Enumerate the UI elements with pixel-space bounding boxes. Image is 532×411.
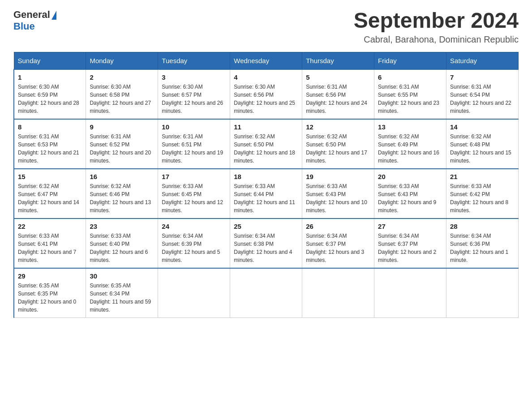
- calendar-cell: 11Sunrise: 6:32 AMSunset: 6:50 PMDayligh…: [230, 119, 302, 169]
- week-row-1: 1Sunrise: 6:30 AMSunset: 6:59 PMDaylight…: [14, 69, 519, 119]
- calendar-cell: [374, 268, 446, 318]
- day-info: Sunrise: 6:33 AMSunset: 6:45 PMDaylight:…: [162, 182, 226, 214]
- calendar-cell: 3Sunrise: 6:30 AMSunset: 6:57 PMDaylight…: [158, 69, 230, 119]
- day-info: Sunrise: 6:34 AMSunset: 6:37 PMDaylight:…: [306, 232, 370, 264]
- week-row-2: 8Sunrise: 6:31 AMSunset: 6:53 PMDaylight…: [14, 119, 519, 169]
- calendar-cell: 17Sunrise: 6:33 AMSunset: 6:45 PMDayligh…: [158, 169, 230, 218]
- calendar-title: September 2024: [354, 9, 519, 33]
- day-number: 5: [306, 73, 370, 81]
- weekday-header-thursday: Thursday: [302, 52, 374, 69]
- day-number: 15: [18, 173, 82, 180]
- day-info: Sunrise: 6:33 AMSunset: 6:42 PMDaylight:…: [450, 182, 515, 214]
- calendar-cell: [302, 268, 374, 318]
- day-info: Sunrise: 6:33 AMSunset: 6:43 PMDaylight:…: [306, 182, 370, 214]
- day-number: 11: [234, 123, 298, 131]
- weekday-header-saturday: Saturday: [446, 52, 519, 69]
- calendar-cell: 15Sunrise: 6:32 AMSunset: 6:47 PMDayligh…: [14, 169, 86, 218]
- calendar-cell: 2Sunrise: 6:30 AMSunset: 6:58 PMDaylight…: [86, 69, 158, 119]
- calendar-cell: [230, 268, 302, 318]
- week-row-5: 29Sunrise: 6:35 AMSunset: 6:35 PMDayligh…: [14, 268, 519, 318]
- calendar-table: SundayMondayTuesdayWednesdayThursdayFrid…: [13, 52, 519, 318]
- day-info: Sunrise: 6:35 AMSunset: 6:35 PMDaylight:…: [18, 282, 82, 314]
- calendar-cell: 7Sunrise: 6:31 AMSunset: 6:54 PMDaylight…: [446, 69, 519, 119]
- weekday-header-monday: Monday: [86, 52, 158, 69]
- day-info: Sunrise: 6:30 AMSunset: 6:58 PMDaylight:…: [90, 83, 154, 115]
- week-row-3: 15Sunrise: 6:32 AMSunset: 6:47 PMDayligh…: [14, 169, 519, 218]
- calendar-cell: 9Sunrise: 6:31 AMSunset: 6:52 PMDaylight…: [86, 119, 158, 169]
- day-info: Sunrise: 6:32 AMSunset: 6:50 PMDaylight:…: [234, 133, 298, 165]
- calendar-cell: 25Sunrise: 6:34 AMSunset: 6:38 PMDayligh…: [230, 218, 302, 268]
- day-number: 6: [378, 73, 442, 81]
- day-number: 10: [162, 123, 226, 131]
- day-info: Sunrise: 6:33 AMSunset: 6:43 PMDaylight:…: [378, 182, 442, 214]
- day-info: Sunrise: 6:31 AMSunset: 6:55 PMDaylight:…: [378, 83, 442, 115]
- weekday-header-friday: Friday: [374, 52, 446, 69]
- day-number: 2: [90, 73, 154, 81]
- day-info: Sunrise: 6:32 AMSunset: 6:49 PMDaylight:…: [378, 133, 442, 165]
- day-number: 29: [18, 272, 82, 280]
- calendar-cell: 16Sunrise: 6:32 AMSunset: 6:46 PMDayligh…: [86, 169, 158, 218]
- calendar-cell: 23Sunrise: 6:33 AMSunset: 6:40 PMDayligh…: [86, 218, 158, 268]
- logo: General Blue: [13, 9, 56, 32]
- calendar-cell: 29Sunrise: 6:35 AMSunset: 6:35 PMDayligh…: [14, 268, 86, 318]
- day-info: Sunrise: 6:31 AMSunset: 6:52 PMDaylight:…: [90, 133, 154, 165]
- day-info: Sunrise: 6:31 AMSunset: 6:56 PMDaylight:…: [306, 83, 370, 115]
- logo-triangle-icon: [51, 11, 56, 20]
- day-info: Sunrise: 6:34 AMSunset: 6:36 PMDaylight:…: [450, 232, 515, 264]
- day-info: Sunrise: 6:32 AMSunset: 6:50 PMDaylight:…: [306, 133, 370, 165]
- title-section: September 2024 Cabral, Barahona, Dominic…: [354, 9, 519, 45]
- day-number: 25: [234, 223, 298, 230]
- calendar-cell: [446, 268, 519, 318]
- calendar-cell: 28Sunrise: 6:34 AMSunset: 6:36 PMDayligh…: [446, 218, 519, 268]
- day-number: 3: [162, 73, 226, 81]
- day-info: Sunrise: 6:33 AMSunset: 6:41 PMDaylight:…: [18, 232, 82, 264]
- weekday-header-wednesday: Wednesday: [230, 52, 302, 69]
- day-info: Sunrise: 6:33 AMSunset: 6:44 PMDaylight:…: [234, 182, 298, 214]
- day-number: 24: [162, 223, 226, 230]
- day-info: Sunrise: 6:30 AMSunset: 6:56 PMDaylight:…: [234, 83, 298, 115]
- day-number: 28: [450, 223, 515, 230]
- week-row-4: 22Sunrise: 6:33 AMSunset: 6:41 PMDayligh…: [14, 218, 519, 268]
- day-number: 22: [18, 223, 82, 230]
- calendar-cell: 26Sunrise: 6:34 AMSunset: 6:37 PMDayligh…: [302, 218, 374, 268]
- day-info: Sunrise: 6:31 AMSunset: 6:51 PMDaylight:…: [162, 133, 226, 165]
- day-number: 12: [306, 123, 370, 131]
- day-info: Sunrise: 6:32 AMSunset: 6:47 PMDaylight:…: [18, 182, 82, 214]
- day-info: Sunrise: 6:35 AMSunset: 6:34 PMDaylight:…: [90, 282, 154, 314]
- calendar-cell: 24Sunrise: 6:34 AMSunset: 6:39 PMDayligh…: [158, 218, 230, 268]
- day-info: Sunrise: 6:33 AMSunset: 6:40 PMDaylight:…: [90, 232, 154, 264]
- day-number: 14: [450, 123, 515, 131]
- calendar-cell: 27Sunrise: 6:34 AMSunset: 6:37 PMDayligh…: [374, 218, 446, 268]
- day-number: 19: [306, 173, 370, 180]
- calendar-cell: 18Sunrise: 6:33 AMSunset: 6:44 PMDayligh…: [230, 169, 302, 218]
- calendar-cell: 13Sunrise: 6:32 AMSunset: 6:49 PMDayligh…: [374, 119, 446, 169]
- calendar-cell: 21Sunrise: 6:33 AMSunset: 6:42 PMDayligh…: [446, 169, 519, 218]
- calendar-cell: 5Sunrise: 6:31 AMSunset: 6:56 PMDaylight…: [302, 69, 374, 119]
- logo-blue-text: Blue: [13, 21, 35, 32]
- day-info: Sunrise: 6:32 AMSunset: 6:48 PMDaylight:…: [450, 133, 515, 165]
- location-subtitle: Cabral, Barahona, Dominican Republic: [354, 34, 519, 45]
- day-number: 20: [378, 173, 442, 180]
- calendar-cell: 30Sunrise: 6:35 AMSunset: 6:34 PMDayligh…: [86, 268, 158, 318]
- day-info: Sunrise: 6:31 AMSunset: 6:54 PMDaylight:…: [450, 83, 515, 115]
- day-number: 9: [90, 123, 154, 131]
- day-number: 13: [378, 123, 442, 131]
- day-number: 7: [450, 73, 515, 81]
- calendar-cell: 14Sunrise: 6:32 AMSunset: 6:48 PMDayligh…: [446, 119, 519, 169]
- calendar-cell: 6Sunrise: 6:31 AMSunset: 6:55 PMDaylight…: [374, 69, 446, 119]
- day-number: 18: [234, 173, 298, 180]
- day-number: 30: [90, 272, 154, 280]
- page-header: General Blue September 2024 Cabral, Bara…: [13, 9, 519, 45]
- day-info: Sunrise: 6:34 AMSunset: 6:37 PMDaylight:…: [378, 232, 442, 264]
- day-number: 23: [90, 223, 154, 230]
- calendar-cell: 4Sunrise: 6:30 AMSunset: 6:56 PMDaylight…: [230, 69, 302, 119]
- day-info: Sunrise: 6:34 AMSunset: 6:38 PMDaylight:…: [234, 232, 298, 264]
- day-number: 26: [306, 223, 370, 230]
- day-number: 27: [378, 223, 442, 230]
- day-number: 4: [234, 73, 298, 81]
- calendar-cell: 8Sunrise: 6:31 AMSunset: 6:53 PMDaylight…: [14, 119, 86, 169]
- day-number: 17: [162, 173, 226, 180]
- weekday-header-row: SundayMondayTuesdayWednesdayThursdayFrid…: [14, 52, 519, 69]
- day-info: Sunrise: 6:32 AMSunset: 6:46 PMDaylight:…: [90, 182, 154, 214]
- logo-general-text: General: [13, 9, 50, 21]
